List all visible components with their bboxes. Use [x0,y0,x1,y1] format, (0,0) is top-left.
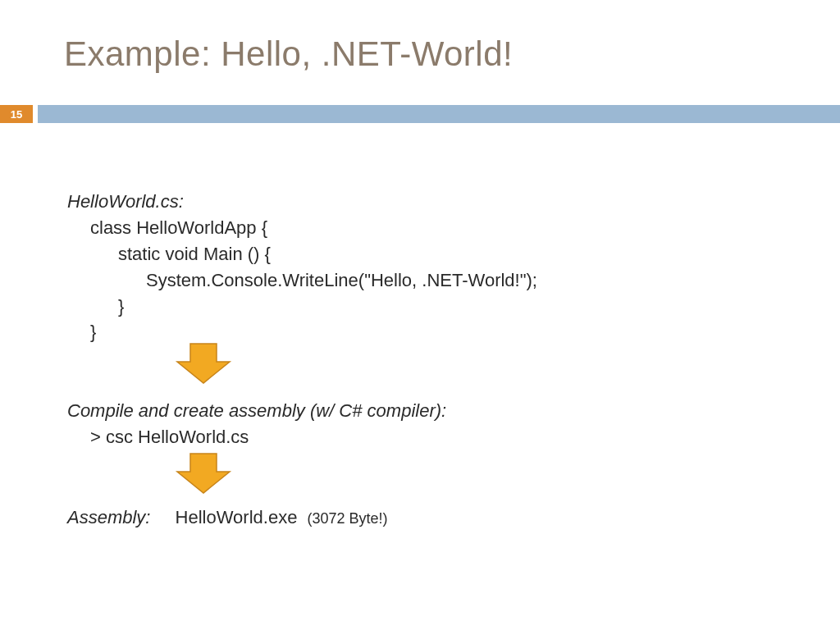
arrow-container [67,450,537,500]
down-arrow-icon [174,340,233,386]
slide-title: Example: Hello, .NET-World! [64,34,513,74]
code-line: System.Console.WriteLine("Hello, .NET-Wo… [67,267,537,294]
code-line: } [67,294,537,320]
slide-content: HelloWorld.cs: class HelloWorldApp { sta… [67,189,537,531]
down-arrow-icon [174,450,233,496]
code-line: } [67,319,537,345]
page-number-badge: 15 [0,105,33,123]
assembly-row: Assembly: HelloWorld.exe (3072 Byte!) [67,504,537,531]
compile-heading: Compile and create assembly (w/ C# compi… [67,398,537,424]
code-line: class HelloWorldApp { [67,215,537,241]
source-file-heading: HelloWorld.cs: [67,189,537,215]
assembly-label: Assembly: [67,507,150,527]
compile-command: > csc HelloWorld.cs [67,424,537,450]
code-line: static void Main () { [67,241,537,267]
arrow-container [67,345,537,395]
accent-bar [38,105,840,123]
divider-bar: 15 [0,105,840,123]
assembly-file: HelloWorld.exe [176,507,298,527]
assembly-size: (3072 Byte!) [308,510,388,527]
